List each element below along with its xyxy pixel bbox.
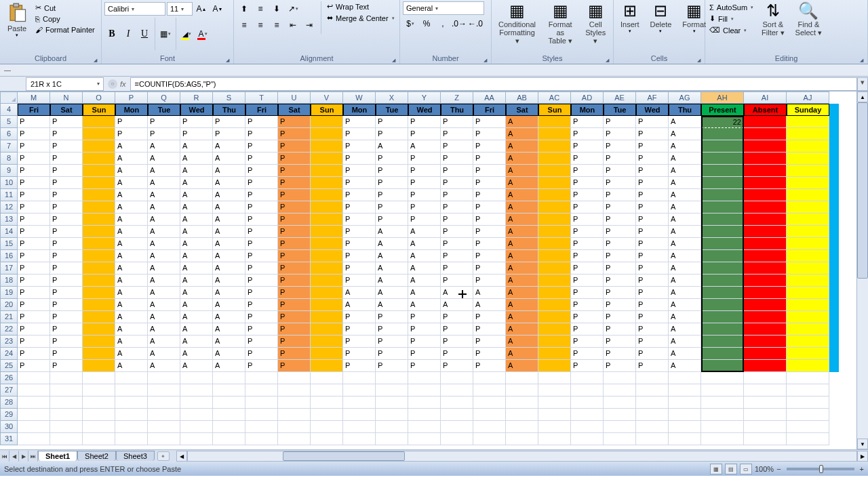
cell[interactable]: [311, 421, 343, 433]
column-header[interactable]: AB: [506, 92, 538, 104]
cell[interactable]: [506, 433, 538, 445]
cell[interactable]: [787, 152, 829, 165]
cell[interactable]: P: [441, 140, 473, 152]
cell[interactable]: [83, 360, 115, 372]
cell[interactable]: P: [604, 214, 636, 226]
cell[interactable]: P: [441, 189, 473, 201]
cell[interactable]: P: [50, 262, 83, 274]
cell[interactable]: [83, 433, 115, 445]
header-cell[interactable]: Thu: [213, 104, 245, 116]
cell[interactable]: P: [18, 177, 50, 189]
cell[interactable]: [636, 396, 669, 409]
cell[interactable]: P: [245, 128, 278, 140]
cell[interactable]: P: [376, 128, 408, 140]
cell[interactable]: [18, 409, 50, 421]
cell[interactable]: [604, 396, 636, 409]
cell[interactable]: A: [669, 140, 701, 152]
header-cell[interactable]: Sat: [278, 104, 311, 116]
cell[interactable]: A: [669, 287, 701, 299]
cell[interactable]: [441, 421, 473, 433]
row-header[interactable]: 21: [0, 311, 18, 323]
cell[interactable]: P: [180, 128, 213, 140]
cell[interactable]: P: [245, 177, 278, 189]
cell[interactable]: P: [408, 128, 441, 140]
cell[interactable]: [311, 433, 343, 445]
cell[interactable]: A: [180, 201, 213, 214]
cell[interactable]: P: [245, 165, 278, 177]
row-header[interactable]: 4: [0, 104, 18, 116]
cell[interactable]: P: [50, 274, 83, 287]
cell[interactable]: P: [636, 189, 669, 201]
cell[interactable]: P: [408, 311, 441, 323]
cell[interactable]: A: [408, 262, 441, 274]
cell[interactable]: [538, 189, 571, 201]
cell[interactable]: A: [506, 262, 538, 274]
cell[interactable]: [311, 409, 343, 421]
cell[interactable]: [701, 299, 744, 311]
header-cell[interactable]: Tue: [148, 104, 180, 116]
cell[interactable]: P: [571, 152, 604, 165]
header-cell[interactable]: Mon: [115, 104, 148, 116]
cell[interactable]: [604, 433, 636, 445]
cell[interactable]: [701, 287, 744, 299]
cell[interactable]: P: [604, 287, 636, 299]
cell[interactable]: [669, 396, 701, 409]
cell[interactable]: [83, 421, 115, 433]
cell[interactable]: P: [18, 323, 50, 336]
cell[interactable]: [636, 409, 669, 421]
header-cell[interactable]: Fri: [473, 104, 506, 116]
cell[interactable]: [604, 409, 636, 421]
cell[interactable]: A: [506, 140, 538, 152]
cell[interactable]: [441, 372, 473, 384]
cell[interactable]: P: [441, 336, 473, 348]
cell[interactable]: A: [376, 299, 408, 311]
cell[interactable]: [744, 238, 787, 250]
cell[interactable]: P: [473, 226, 506, 238]
cell[interactable]: P: [408, 360, 441, 372]
cell[interactable]: [701, 372, 744, 384]
cell[interactable]: P: [571, 128, 604, 140]
cell[interactable]: A: [506, 323, 538, 336]
align-center-button[interactable]: ≡: [253, 18, 268, 33]
page-layout-button[interactable]: ▤: [725, 464, 737, 474]
cell[interactable]: [701, 250, 744, 262]
cell[interactable]: P: [343, 262, 376, 274]
cell[interactable]: [311, 360, 343, 372]
cell[interactable]: P: [245, 274, 278, 287]
cell[interactable]: [669, 409, 701, 421]
cell[interactable]: P: [115, 116, 148, 128]
cell[interactable]: [744, 396, 787, 409]
cell[interactable]: A: [115, 274, 148, 287]
cell[interactable]: A: [669, 238, 701, 250]
cell[interactable]: A: [115, 323, 148, 336]
cell[interactable]: P: [278, 128, 311, 140]
cell[interactable]: P: [18, 128, 50, 140]
cell[interactable]: [311, 226, 343, 238]
cell[interactable]: [115, 396, 148, 409]
cell[interactable]: P: [245, 201, 278, 214]
cell[interactable]: [701, 311, 744, 323]
sort-filter-button[interactable]: ⇅Sort &Filter ▾: [757, 1, 789, 39]
cell[interactable]: [538, 274, 571, 287]
cell[interactable]: [343, 433, 376, 445]
cell[interactable]: P: [473, 165, 506, 177]
cell[interactable]: [115, 433, 148, 445]
header-cell[interactable]: Sun: [538, 104, 571, 116]
cell[interactable]: [604, 421, 636, 433]
cell[interactable]: P: [636, 116, 669, 128]
cell[interactable]: [571, 396, 604, 409]
cell[interactable]: [311, 250, 343, 262]
cell[interactable]: A: [115, 262, 148, 274]
header-cell[interactable]: Present: [701, 104, 744, 116]
column-header[interactable]: V: [311, 92, 343, 104]
cell[interactable]: [343, 421, 376, 433]
cell[interactable]: P: [245, 238, 278, 250]
cell[interactable]: P: [50, 140, 83, 152]
cell[interactable]: [83, 299, 115, 311]
cell[interactable]: P: [278, 287, 311, 299]
cell[interactable]: P: [376, 348, 408, 360]
cell[interactable]: [787, 214, 829, 226]
cell[interactable]: P: [571, 323, 604, 336]
cell[interactable]: A: [148, 152, 180, 165]
cell[interactable]: [787, 384, 829, 396]
